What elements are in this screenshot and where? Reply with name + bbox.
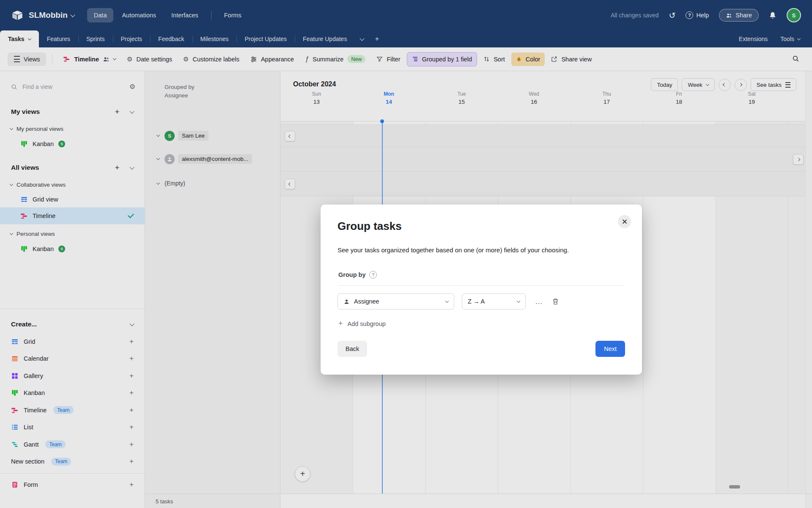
plus-icon: + — [338, 319, 343, 328]
add-subgroup-label: Add subgroup — [348, 320, 386, 327]
sort-order-select[interactable]: Z → A — [462, 293, 526, 309]
group-field-value: Assignee — [354, 298, 379, 305]
group-field-select[interactable]: Assignee — [337, 293, 454, 309]
next-button[interactable]: Next — [595, 341, 625, 357]
delete-group-trash-icon[interactable] — [552, 298, 559, 305]
close-dialog-button[interactable] — [618, 215, 631, 228]
group-field-row: Assignee Z → A … — [337, 293, 559, 309]
select-chevron-icon — [517, 299, 520, 302]
dialog-title: Group tasks — [337, 220, 402, 233]
dialog-description: See your tasks organized together based … — [337, 246, 569, 254]
help-question-icon[interactable]: ? — [369, 271, 377, 279]
close-icon — [622, 219, 627, 224]
group-tasks-dialog: Group tasks See your tasks organized tog… — [321, 204, 642, 375]
group-by-label: Group by — [338, 271, 365, 278]
person-icon — [343, 298, 350, 305]
group-by-row: Group by ? — [338, 271, 377, 279]
more-options-icon[interactable]: … — [535, 297, 543, 306]
sort-order-value: Z → A — [468, 298, 485, 305]
select-chevron-icon — [445, 299, 449, 302]
add-subgroup-button[interactable]: + Add subgroup — [338, 319, 386, 328]
back-button[interactable]: Back — [337, 341, 367, 357]
dialog-divider — [337, 285, 625, 286]
